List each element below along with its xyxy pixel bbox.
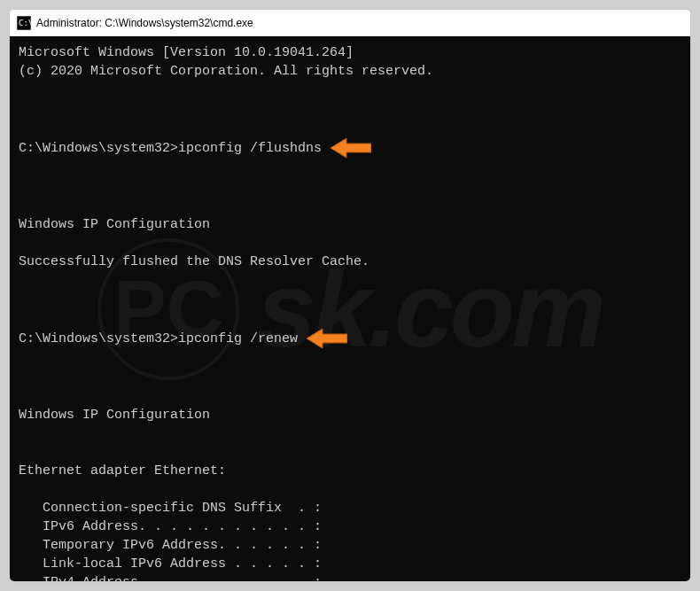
cmd-icon: C:\ bbox=[17, 16, 31, 30]
flush-result: Successfully flushed the DNS Resolver Ca… bbox=[19, 253, 681, 271]
command-1: ipconfig /flushdns bbox=[178, 139, 322, 158]
titlebar[interactable]: C:\ Administrator: C:\Windows\system32\c… bbox=[10, 10, 690, 36]
prompt-path: C:\Windows\system32> bbox=[19, 139, 178, 158]
blank-line bbox=[19, 424, 681, 443]
blank-line bbox=[19, 81, 681, 99]
adapter-row: IPv4 Address. . . . . . . . . . . : bbox=[19, 573, 681, 581]
copyright-line: (c) 2020 Microsoft Corporation. All righ… bbox=[19, 62, 681, 81]
adapter-row: Link-local IPv6 Address . . . . . : bbox=[19, 555, 681, 573]
arrow-left-icon bbox=[307, 290, 386, 387]
arrow-left-icon bbox=[331, 99, 410, 197]
adapter-row: Temporary IPv6 Address. . . . . . : bbox=[19, 536, 681, 555]
blank-line bbox=[19, 443, 681, 462]
svg-text:C:\: C:\ bbox=[19, 19, 31, 27]
adapter-row: IPv6 Address. . . . . . . . . . . : bbox=[19, 517, 681, 536]
cmd-window: C:\ Administrator: C:\Windows\system32\c… bbox=[9, 9, 691, 582]
blank-line bbox=[19, 480, 681, 499]
terminal-area[interactable]: PC sk.com Microsoft Windows [Version 10.… bbox=[10, 36, 690, 581]
ip-config-header-1: Windows IP Configuration bbox=[19, 215, 681, 234]
adapter-row: Connection-specific DNS Suffix . : bbox=[19, 499, 681, 517]
blank-line bbox=[19, 197, 681, 215]
blank-line bbox=[19, 271, 681, 290]
command-2: ipconfig /renew bbox=[178, 330, 298, 348]
version-line: Microsoft Windows [Version 10.0.19041.26… bbox=[19, 43, 681, 62]
prompt-path: C:\Windows\system32> bbox=[19, 330, 178, 348]
window-title: Administrator: C:\Windows\system32\cmd.e… bbox=[36, 17, 253, 29]
prompt-row-1: C:\Windows\system32>ipconfig /flushdns bbox=[19, 99, 681, 197]
blank-line bbox=[19, 387, 681, 406]
prompt-row-2: C:\Windows\system32>ipconfig /renew bbox=[19, 290, 681, 387]
ip-config-header-2: Windows IP Configuration bbox=[19, 406, 681, 424]
adapter-header: Ethernet adapter Ethernet: bbox=[19, 462, 681, 480]
blank-line bbox=[19, 234, 681, 253]
